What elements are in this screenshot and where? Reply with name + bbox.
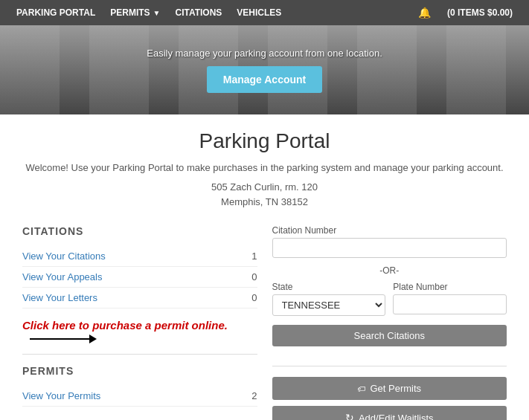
get-permits-button[interactable]: Get Permits	[272, 377, 507, 400]
search-citations-button[interactable]: Search Citations	[272, 325, 507, 346]
address-line1: 505 Zach Curlin, rm. 120	[22, 180, 507, 196]
add-edit-waitlists-button[interactable]: Add/Edit Waitlists	[272, 406, 507, 420]
nav-right: 🔔 (0 ITEMS $0.00)	[418, 0, 520, 25]
add-waitlists-label: Add/Edit Waitlists	[359, 413, 434, 420]
hero-content: Easily manage your parking account from …	[147, 48, 382, 93]
left-column: CITATIONS View Your Citations 1 View You…	[22, 225, 257, 420]
view-citations-link[interactable]: View Your Citations	[22, 251, 106, 262]
state-label: State	[272, 282, 386, 292]
citations-header: CITATIONS	[22, 225, 257, 240]
main-content: Parking Portal Welcome! Use your Parking…	[0, 114, 529, 420]
separator	[22, 354, 257, 355]
nav-vehicles[interactable]: VEHICLES	[229, 0, 289, 25]
tag-icon	[357, 383, 365, 394]
appeals-count: 0	[251, 271, 257, 282]
address-line2: Memphis, TN 38152	[22, 195, 507, 210]
permit-promo-text[interactable]: Click here to purchase a permit online.	[22, 319, 257, 332]
plate-number-input[interactable]	[393, 294, 507, 314]
state-column: State TENNESSEE ALABAMA ALASKA ARIZONA A…	[272, 282, 386, 319]
get-permits-label: Get Permits	[370, 383, 421, 394]
list-item: View Your Appeals 0	[22, 267, 257, 288]
portal-description: Welcome! Use your Parking Portal to make…	[22, 161, 507, 175]
citation-number-label: Citation Number	[272, 225, 507, 236]
or-divider: -OR-	[272, 265, 507, 276]
permits-count: 2	[251, 390, 257, 401]
arrow-graphic	[30, 335, 257, 343]
citation-number-input[interactable]	[272, 238, 507, 258]
plate-column: Plate Number	[393, 282, 507, 319]
top-nav: PARKING PORTAL PERMITS ▼ CITATIONS VEHIC…	[0, 0, 529, 25]
view-appeals-link[interactable]: View Your Appeals	[22, 271, 102, 282]
plate-label: Plate Number	[393, 282, 507, 292]
permits-header: PERMITS	[22, 365, 257, 380]
arrow-head	[89, 335, 97, 343]
list-item: View Your Letters 0	[22, 288, 257, 308]
nav-citations[interactable]: CITATIONS	[167, 0, 229, 25]
list-item: View Your Permits 2	[22, 386, 257, 407]
state-plate-row: State TENNESSEE ALABAMA ALASKA ARIZONA A…	[272, 282, 507, 319]
list-item: View Your Citations 1	[22, 246, 257, 267]
letters-count: 0	[251, 292, 257, 303]
view-permits-link[interactable]: View Your Permits	[22, 390, 100, 401]
permits-dropdown-arrow: ▼	[153, 9, 161, 17]
portal-title: Parking Portal	[22, 129, 507, 153]
nav-permits[interactable]: PERMITS ▼	[103, 0, 167, 25]
hero-text: Easily manage your parking account from …	[147, 48, 382, 59]
right-column: Citation Number -OR- State TENNESSEE ALA…	[272, 225, 507, 420]
permits-left-section: PERMITS View Your Permits 2	[22, 365, 257, 407]
view-letters-link[interactable]: View Your Letters	[22, 292, 97, 303]
nav-brand[interactable]: PARKING PORTAL	[9, 0, 103, 25]
cart-link[interactable]: (0 ITEMS $0.00)	[440, 0, 520, 25]
state-select[interactable]: TENNESSEE ALABAMA ALASKA ARIZONA ARKANSA…	[272, 294, 386, 316]
two-col-layout: CITATIONS View Your Citations 1 View You…	[22, 225, 507, 420]
citations-count: 1	[251, 251, 257, 262]
separator-2	[272, 366, 507, 366]
arrow-line	[30, 338, 89, 340]
refresh-icon	[345, 412, 354, 420]
hero-banner: Easily manage your parking account from …	[0, 25, 529, 114]
manage-account-button[interactable]: Manage Account	[207, 66, 323, 93]
portal-address: 505 Zach Curlin, rm. 120 Memphis, TN 381…	[22, 180, 507, 211]
bell-icon[interactable]: 🔔	[418, 7, 431, 19]
